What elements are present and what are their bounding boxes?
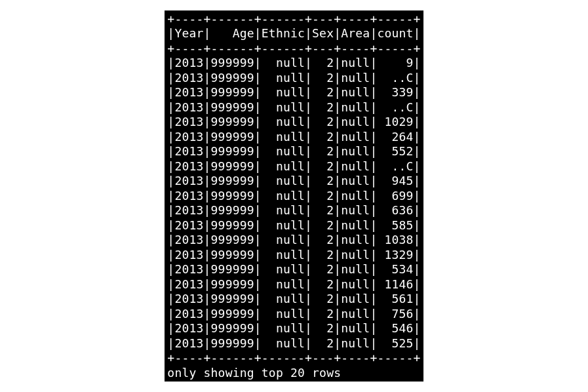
table-header-separator: +----+------+------+---+----+-----+ bbox=[167, 41, 420, 55]
table-top-border: +----+------+------+---+----+-----+ bbox=[167, 12, 420, 26]
table-body: |2013|999999| null| 2|null| 9| |2013|999… bbox=[167, 56, 420, 350]
dataframe-output: +----+------+------+---+----+-----+ |Yea… bbox=[165, 10, 423, 382]
table-header-row: |Year| Age|Ethnic|Sex|Area|count| bbox=[167, 26, 420, 40]
table-bottom-border: +----+------+------+---+----+-----+ bbox=[167, 351, 420, 364]
table-footer-text: only showing top 20 rows bbox=[167, 366, 341, 380]
